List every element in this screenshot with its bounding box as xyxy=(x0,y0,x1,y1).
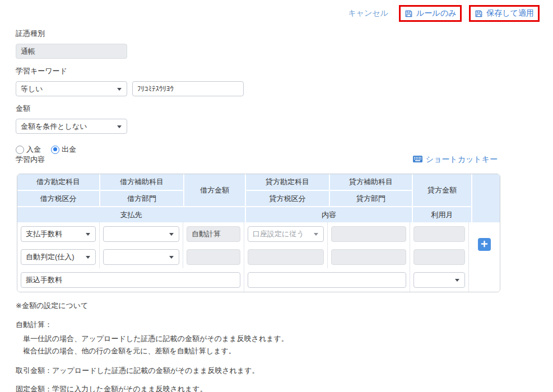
notes-transaction-amount: 取引金額：アップロードした証憑に記載の金額がそのまま反映されます。 xyxy=(16,366,408,376)
save-rule-only-label: ルールのみ xyxy=(416,8,456,18)
credit-account-select-row1[interactable]: 口座設定に従う xyxy=(248,226,324,242)
table-cell xyxy=(100,222,183,246)
add-row-cell xyxy=(469,222,500,292)
credit-account-field-row2 xyxy=(248,249,324,265)
debit-sub-account-select-row2[interactable] xyxy=(103,249,179,265)
document-type-field: 通帳 xyxy=(16,44,127,59)
radio-withdrawal-circle-icon xyxy=(51,146,59,154)
rule-edit-page: キャンセル ルールのみ 保存して適用 証憑種 xyxy=(0,0,553,392)
cancel-button[interactable]: キャンセル xyxy=(348,8,388,18)
radio-withdrawal[interactable]: 出金 xyxy=(51,144,76,155)
credit-sub-account-field-row2 xyxy=(331,249,406,265)
table-cell xyxy=(410,222,469,246)
col-header-debit-amount: 借方金額 xyxy=(184,174,245,206)
table-cell xyxy=(328,246,410,268)
keyboard-icon xyxy=(413,155,422,164)
notes-title: ※金額の設定について xyxy=(16,301,408,311)
table-cell: 口座設定に従う xyxy=(244,222,328,246)
table-cell: 支払手数料 xyxy=(17,222,100,246)
payee-input[interactable]: 振込手数料 xyxy=(21,272,240,288)
usage-month-select[interactable] xyxy=(413,272,465,288)
col-header-credit-tax: 貸方税区分 xyxy=(246,191,329,206)
radio-withdrawal-label: 出金 xyxy=(62,144,76,155)
direction-radio-group: 入金 出金 xyxy=(16,144,262,155)
col-header-credit-account: 貸方勘定科目 xyxy=(246,174,329,190)
radio-deposit-circle-icon xyxy=(16,146,24,154)
col-header-usage-month: 利用月 xyxy=(413,207,471,222)
col-header-credit-sub-account: 貸方補助科目 xyxy=(330,174,412,190)
debit-amount-field-row2 xyxy=(187,249,240,265)
save-and-apply-button[interactable]: 保存して適用 xyxy=(469,5,540,22)
radio-deposit-label: 入金 xyxy=(26,144,41,155)
table-cell: 自動計算 xyxy=(183,222,244,246)
table-cell xyxy=(410,268,469,292)
save-floppy-icon xyxy=(475,10,483,18)
learning-table: 借方勘定科目 借方補助科目 借方金額 貸方勘定科目 貸方補助科目 貸方金額 借方… xyxy=(17,174,500,292)
table-cell xyxy=(244,268,410,292)
radio-deposit[interactable]: 入金 xyxy=(16,144,41,155)
keyword-condition-select[interactable]: 等しい xyxy=(16,81,127,96)
col-header-debit-tax: 借方税区分 xyxy=(17,191,99,206)
save-rule-only-button[interactable]: ルールのみ xyxy=(399,5,462,22)
amount-condition-select[interactable]: 金額を条件としない xyxy=(16,119,127,134)
description-input[interactable] xyxy=(248,272,406,288)
amount-label: 金額 xyxy=(16,104,262,114)
save-and-apply-label: 保存して適用 xyxy=(486,8,534,18)
add-row-button[interactable] xyxy=(478,238,491,251)
notes-auto-calc-line1: 単一仕訳の場合、アップロードした証憑に記載の金額がそのまま反映されます。 xyxy=(16,333,408,345)
col-header-credit-department: 貸方部門 xyxy=(330,191,412,206)
col-header-debit-department: 借方部門 xyxy=(100,191,183,206)
credit-sub-account-field-row1 xyxy=(331,226,406,242)
col-header-debit-sub-account: 借方補助科目 xyxy=(100,174,183,190)
notes-auto-calc-line2: 複合仕訳の場合、他の行の金額を元に、差額を自動計算します。 xyxy=(16,345,408,357)
credit-amount-field-row2 xyxy=(413,249,465,265)
debit-amount-field-row1: 自動計算 xyxy=(187,226,240,242)
notes-fixed-amount: 固定金額：学習に入力した金額がそのまま反映されます。 xyxy=(16,384,408,392)
col-header-description: 内容 xyxy=(246,207,412,222)
save-floppy-icon xyxy=(405,10,413,18)
debit-sub-account-select-row1[interactable] xyxy=(103,226,179,242)
col-header-payee: 支払先 xyxy=(17,207,245,222)
notes-auto-calc-label: 自動計算： xyxy=(16,320,408,330)
table-cell xyxy=(244,246,328,268)
shortcut-key-label: ショートカットキー xyxy=(426,155,498,165)
col-header-debit-account: 借方勘定科目 xyxy=(17,174,99,190)
table-cell xyxy=(100,246,183,268)
plus-icon xyxy=(481,240,488,249)
table-cell: 自動判定(仕入) xyxy=(17,246,100,268)
table-cell xyxy=(328,222,410,246)
debit-account-select-row1[interactable]: 支払手数料 xyxy=(21,226,96,242)
keyword-label: 学習キーワード xyxy=(16,66,262,76)
credit-amount-field-row1 xyxy=(413,226,465,242)
top-action-bar: キャンセル ルールのみ 保存して適用 xyxy=(348,5,540,22)
shortcut-key-link[interactable]: ショートカットキー xyxy=(413,155,498,165)
learning-title: 学習内容 xyxy=(16,155,45,165)
table-cell xyxy=(410,246,469,268)
col-header-credit-amount: 貸方金額 xyxy=(413,174,471,206)
learning-table-header: 借方勘定科目 借方補助科目 借方金額 貸方勘定科目 貸方補助科目 貸方金額 借方… xyxy=(17,174,500,222)
table-cell: 振込手数料 xyxy=(17,268,244,292)
learning-section-header: 学習内容 ショートカットキー xyxy=(16,155,498,165)
rule-condition-form: 証憑種別 通帳 学習キーワード 等しい ﾌﾘｺﾐﾃｽｳﾘﾖｳ 金額 金額を条件と… xyxy=(16,29,262,155)
table-cell xyxy=(183,246,244,268)
document-type-label: 証憑種別 xyxy=(16,29,262,39)
amount-setting-notes: ※金額の設定について 自動計算： 単一仕訳の場合、アップロードした証憑に記載の金… xyxy=(16,301,408,392)
debit-account-select-row2[interactable]: 自動判定(仕入) xyxy=(21,249,96,265)
col-header-spacer xyxy=(472,174,500,222)
keyword-input[interactable]: ﾌﾘｺﾐﾃｽｳﾘﾖｳ xyxy=(132,81,244,96)
learning-table-body: 支払手数料 自動計算 口座設定に従う 自動判定(仕入) xyxy=(17,222,500,292)
